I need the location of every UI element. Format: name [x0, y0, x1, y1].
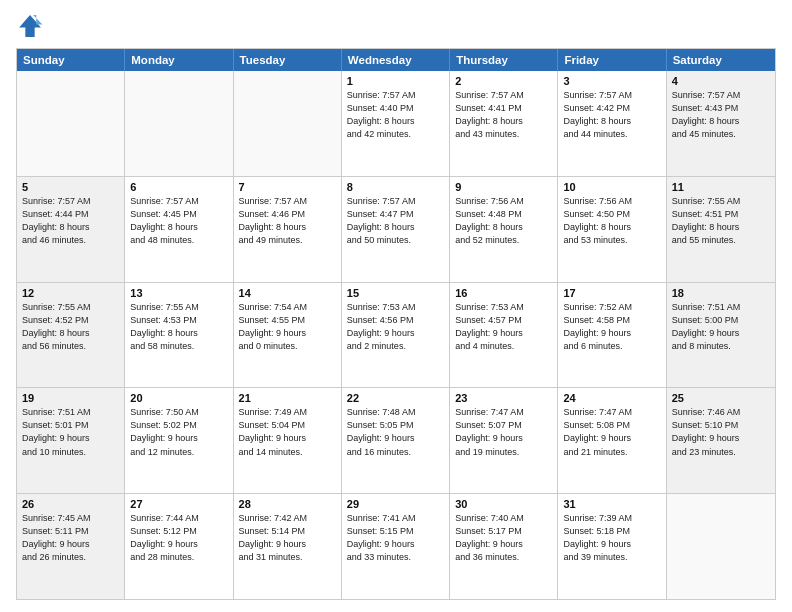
day-3: 3Sunrise: 7:57 AM Sunset: 4:42 PM Daylig… [558, 71, 666, 176]
day-info: Sunrise: 7:56 AM Sunset: 4:50 PM Dayligh… [563, 195, 660, 247]
day-number: 14 [239, 287, 336, 299]
day-info: Sunrise: 7:57 AM Sunset: 4:42 PM Dayligh… [563, 89, 660, 141]
day-12: 12Sunrise: 7:55 AM Sunset: 4:52 PM Dayli… [17, 283, 125, 388]
day-number: 7 [239, 181, 336, 193]
day-number: 6 [130, 181, 227, 193]
day-info: Sunrise: 7:47 AM Sunset: 5:07 PM Dayligh… [455, 406, 552, 458]
day-info: Sunrise: 7:54 AM Sunset: 4:55 PM Dayligh… [239, 301, 336, 353]
day-number: 3 [563, 75, 660, 87]
day-info: Sunrise: 7:55 AM Sunset: 4:53 PM Dayligh… [130, 301, 227, 353]
header-day-sunday: Sunday [17, 49, 125, 71]
header-day-saturday: Saturday [667, 49, 775, 71]
day-6: 6Sunrise: 7:57 AM Sunset: 4:45 PM Daylig… [125, 177, 233, 282]
day-number: 9 [455, 181, 552, 193]
header-day-thursday: Thursday [450, 49, 558, 71]
day-number: 2 [455, 75, 552, 87]
day-info: Sunrise: 7:51 AM Sunset: 5:00 PM Dayligh… [672, 301, 770, 353]
day-27: 27Sunrise: 7:44 AM Sunset: 5:12 PM Dayli… [125, 494, 233, 599]
day-number: 20 [130, 392, 227, 404]
header-day-monday: Monday [125, 49, 233, 71]
day-number: 15 [347, 287, 444, 299]
header-day-friday: Friday [558, 49, 666, 71]
day-number: 24 [563, 392, 660, 404]
week-0: 1Sunrise: 7:57 AM Sunset: 4:40 PM Daylig… [17, 71, 775, 177]
day-number: 25 [672, 392, 770, 404]
day-number: 4 [672, 75, 770, 87]
day-number: 21 [239, 392, 336, 404]
day-14: 14Sunrise: 7:54 AM Sunset: 4:55 PM Dayli… [234, 283, 342, 388]
day-number: 18 [672, 287, 770, 299]
day-info: Sunrise: 7:48 AM Sunset: 5:05 PM Dayligh… [347, 406, 444, 458]
day-number: 10 [563, 181, 660, 193]
day-number: 13 [130, 287, 227, 299]
day-number: 17 [563, 287, 660, 299]
day-info: Sunrise: 7:57 AM Sunset: 4:44 PM Dayligh… [22, 195, 119, 247]
day-info: Sunrise: 7:57 AM Sunset: 4:40 PM Dayligh… [347, 89, 444, 141]
day-info: Sunrise: 7:53 AM Sunset: 4:56 PM Dayligh… [347, 301, 444, 353]
day-info: Sunrise: 7:57 AM Sunset: 4:45 PM Dayligh… [130, 195, 227, 247]
day-11: 11Sunrise: 7:55 AM Sunset: 4:51 PM Dayli… [667, 177, 775, 282]
day-info: Sunrise: 7:56 AM Sunset: 4:48 PM Dayligh… [455, 195, 552, 247]
week-2: 12Sunrise: 7:55 AM Sunset: 4:52 PM Dayli… [17, 283, 775, 389]
day-number: 30 [455, 498, 552, 510]
day-info: Sunrise: 7:57 AM Sunset: 4:46 PM Dayligh… [239, 195, 336, 247]
day-9: 9Sunrise: 7:56 AM Sunset: 4:48 PM Daylig… [450, 177, 558, 282]
header-day-tuesday: Tuesday [234, 49, 342, 71]
day-number: 29 [347, 498, 444, 510]
day-info: Sunrise: 7:50 AM Sunset: 5:02 PM Dayligh… [130, 406, 227, 458]
day-info: Sunrise: 7:57 AM Sunset: 4:47 PM Dayligh… [347, 195, 444, 247]
day-info: Sunrise: 7:52 AM Sunset: 4:58 PM Dayligh… [563, 301, 660, 353]
day-info: Sunrise: 7:40 AM Sunset: 5:17 PM Dayligh… [455, 512, 552, 564]
day-17: 17Sunrise: 7:52 AM Sunset: 4:58 PM Dayli… [558, 283, 666, 388]
day-15: 15Sunrise: 7:53 AM Sunset: 4:56 PM Dayli… [342, 283, 450, 388]
empty-cell [667, 494, 775, 599]
day-info: Sunrise: 7:44 AM Sunset: 5:12 PM Dayligh… [130, 512, 227, 564]
week-4: 26Sunrise: 7:45 AM Sunset: 5:11 PM Dayli… [17, 494, 775, 599]
day-info: Sunrise: 7:57 AM Sunset: 4:41 PM Dayligh… [455, 89, 552, 141]
day-26: 26Sunrise: 7:45 AM Sunset: 5:11 PM Dayli… [17, 494, 125, 599]
day-8: 8Sunrise: 7:57 AM Sunset: 4:47 PM Daylig… [342, 177, 450, 282]
svg-marker-0 [19, 15, 41, 37]
logo [16, 12, 48, 40]
calendar-body: 1Sunrise: 7:57 AM Sunset: 4:40 PM Daylig… [17, 71, 775, 599]
day-number: 31 [563, 498, 660, 510]
day-4: 4Sunrise: 7:57 AM Sunset: 4:43 PM Daylig… [667, 71, 775, 176]
day-13: 13Sunrise: 7:55 AM Sunset: 4:53 PM Dayli… [125, 283, 233, 388]
day-number: 22 [347, 392, 444, 404]
day-info: Sunrise: 7:53 AM Sunset: 4:57 PM Dayligh… [455, 301, 552, 353]
day-number: 16 [455, 287, 552, 299]
week-3: 19Sunrise: 7:51 AM Sunset: 5:01 PM Dayli… [17, 388, 775, 494]
empty-cell [17, 71, 125, 176]
day-5: 5Sunrise: 7:57 AM Sunset: 4:44 PM Daylig… [17, 177, 125, 282]
day-19: 19Sunrise: 7:51 AM Sunset: 5:01 PM Dayli… [17, 388, 125, 493]
day-number: 8 [347, 181, 444, 193]
calendar: SundayMondayTuesdayWednesdayThursdayFrid… [16, 48, 776, 600]
day-28: 28Sunrise: 7:42 AM Sunset: 5:14 PM Dayli… [234, 494, 342, 599]
day-10: 10Sunrise: 7:56 AM Sunset: 4:50 PM Dayli… [558, 177, 666, 282]
header-day-wednesday: Wednesday [342, 49, 450, 71]
day-info: Sunrise: 7:46 AM Sunset: 5:10 PM Dayligh… [672, 406, 770, 458]
day-number: 1 [347, 75, 444, 87]
day-info: Sunrise: 7:42 AM Sunset: 5:14 PM Dayligh… [239, 512, 336, 564]
day-info: Sunrise: 7:55 AM Sunset: 4:52 PM Dayligh… [22, 301, 119, 353]
day-number: 19 [22, 392, 119, 404]
page: SundayMondayTuesdayWednesdayThursdayFrid… [0, 0, 792, 612]
day-info: Sunrise: 7:49 AM Sunset: 5:04 PM Dayligh… [239, 406, 336, 458]
empty-cell [234, 71, 342, 176]
empty-cell [125, 71, 233, 176]
day-25: 25Sunrise: 7:46 AM Sunset: 5:10 PM Dayli… [667, 388, 775, 493]
header [16, 12, 776, 40]
day-24: 24Sunrise: 7:47 AM Sunset: 5:08 PM Dayli… [558, 388, 666, 493]
week-1: 5Sunrise: 7:57 AM Sunset: 4:44 PM Daylig… [17, 177, 775, 283]
calendar-header-row: SundayMondayTuesdayWednesdayThursdayFrid… [17, 49, 775, 71]
day-number: 11 [672, 181, 770, 193]
day-22: 22Sunrise: 7:48 AM Sunset: 5:05 PM Dayli… [342, 388, 450, 493]
day-number: 12 [22, 287, 119, 299]
day-info: Sunrise: 7:47 AM Sunset: 5:08 PM Dayligh… [563, 406, 660, 458]
logo-icon [16, 12, 44, 40]
day-21: 21Sunrise: 7:49 AM Sunset: 5:04 PM Dayli… [234, 388, 342, 493]
day-20: 20Sunrise: 7:50 AM Sunset: 5:02 PM Dayli… [125, 388, 233, 493]
day-16: 16Sunrise: 7:53 AM Sunset: 4:57 PM Dayli… [450, 283, 558, 388]
day-info: Sunrise: 7:41 AM Sunset: 5:15 PM Dayligh… [347, 512, 444, 564]
day-info: Sunrise: 7:45 AM Sunset: 5:11 PM Dayligh… [22, 512, 119, 564]
